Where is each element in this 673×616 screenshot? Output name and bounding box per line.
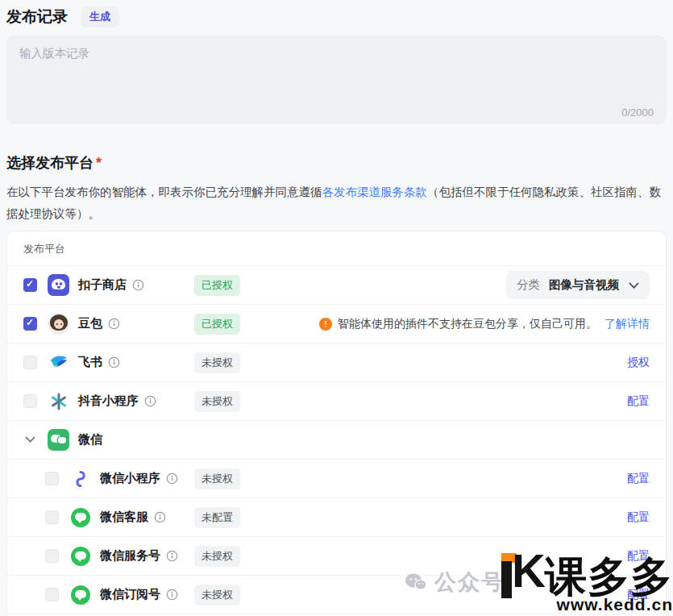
doubao-warning: ! 智能体使用的插件不支持在豆包分享，仅自己可用。 了解详情 [319, 317, 650, 331]
info-icon[interactable] [166, 472, 178, 485]
page-title: 发布记录 [6, 6, 68, 27]
section-heading: 选择发布平台* [6, 153, 667, 173]
checkbox-feishu[interactable] [23, 356, 37, 369]
status-badge: 已授权 [194, 275, 240, 296]
required-asterisk: * [96, 155, 102, 171]
warning-icon: ! [319, 318, 332, 331]
checkbox-doubao[interactable] [23, 317, 37, 331]
generate-button[interactable]: 生成 [81, 6, 119, 27]
platform-name: 飞书 [78, 355, 102, 370]
status-badge: 未授权 [194, 546, 240, 567]
collapse-chevron-icon[interactable] [23, 436, 37, 443]
doubao-icon [48, 313, 69, 335]
info-icon[interactable] [166, 589, 178, 601]
info-icon[interactable] [108, 356, 120, 368]
checkbox-wechat-kefu[interactable] [45, 510, 59, 524]
table-row: 微信服务号 未授权 配置 [7, 537, 666, 576]
checkbox-wechat-subscription[interactable] [45, 588, 59, 601]
status-badge: 未授权 [194, 468, 240, 489]
category-dropdown[interactable]: 分类 图像与音视频 [506, 271, 650, 299]
platform-name: 扣子商店 [78, 277, 127, 293]
feishu-icon [48, 352, 69, 373]
table-row: 微信客服 未配置 配置 [7, 498, 666, 537]
checkbox-wechat-miniapp[interactable] [45, 472, 59, 485]
wechat-subscription-icon [69, 584, 91, 606]
section-heading-text: 选择发布平台 [6, 155, 93, 171]
table-row: 微信订阅号 未授权 配置 [7, 576, 666, 614]
platform-table: 发布平台 扣子商店 已授权 分类 图像与音视频 [6, 231, 667, 616]
status-badge: 未配置 [194, 507, 240, 528]
table-header: 发布平台 [7, 231, 666, 266]
status-badge: 未授权 [194, 585, 240, 606]
status-badge: 已授权 [194, 314, 240, 335]
warning-text: 智能体使用的插件不支持在豆包分享，仅自己可用。 [338, 317, 597, 331]
desc-before: 在以下平台发布你的智能体，即表示你已充分理解并同意遵循 [6, 185, 322, 198]
release-notes-header: 发布记录 生成 [6, 6, 667, 27]
info-icon[interactable] [144, 395, 156, 407]
status-badge: 未授权 [194, 391, 240, 412]
wechat-kefu-icon [69, 506, 91, 528]
category-label: 分类 [517, 277, 540, 293]
terms-link[interactable]: 各发布渠道服务条款 [322, 185, 428, 198]
table-row: 豆包 已授权 ! 智能体使用的插件不支持在豆包分享，仅自己可用。 了解详情 [7, 305, 666, 343]
table-row: 飞书 未授权 授权 [7, 343, 666, 382]
configure-link[interactable]: 配置 [627, 588, 650, 602]
platform-name: 抖音小程序 [78, 393, 139, 409]
configure-link[interactable]: 配置 [627, 549, 650, 564]
checkbox-coze-store[interactable] [23, 278, 37, 292]
char-counter: 0/2000 [621, 106, 654, 119]
release-notes-box: 0/2000 [6, 35, 667, 124]
platform-name: 微信订阅号 [100, 587, 160, 602]
platform-group-name: 微信 [78, 432, 102, 447]
table-row: 抖音小程序 未授权 配置 [7, 382, 666, 421]
configure-link[interactable]: 配置 [627, 510, 650, 525]
table-row: 微信小程序 未授权 配置 [7, 460, 666, 498]
wechat-service-icon [69, 545, 91, 567]
coze-store-icon [48, 274, 69, 296]
configure-link[interactable]: 配置 [627, 394, 650, 409]
page: 发布记录 生成 0/2000 选择发布平台* 在以下平台发布你的智能体，即表示你… [0, 0, 673, 616]
chevron-down-icon [629, 278, 639, 293]
learn-more-link[interactable]: 了解详情 [604, 317, 650, 331]
platform-name: 豆包 [78, 316, 102, 331]
release-notes-input[interactable] [19, 46, 654, 106]
wechat-miniapp-icon [69, 468, 91, 489]
platform-name: 微信服务号 [100, 548, 160, 564]
info-icon[interactable] [154, 511, 166, 523]
checkbox-wechat-service[interactable] [45, 549, 59, 563]
authorize-link[interactable]: 授权 [627, 356, 650, 370]
wechat-icon [48, 429, 69, 451]
info-icon[interactable] [108, 318, 120, 330]
table-row: 扣子商店 已授权 分类 图像与音视频 [7, 266, 666, 305]
status-badge: 未授权 [194, 352, 240, 373]
category-value: 图像与音视频 [549, 277, 619, 293]
checkbox-douyin-miniapp[interactable] [23, 394, 37, 408]
platform-name: 微信小程序 [100, 471, 160, 486]
configure-link[interactable]: 配置 [627, 472, 650, 486]
info-icon[interactable] [132, 279, 144, 291]
platform-name: 微信客服 [100, 510, 148, 525]
douyin-miniapp-icon [48, 390, 69, 412]
info-icon[interactable] [166, 550, 178, 562]
table-group-row: 微信 [7, 421, 666, 460]
section-description: 在以下平台发布你的智能体，即表示你已充分理解并同意遵循各发布渠道服务条款（包括但… [6, 181, 667, 225]
